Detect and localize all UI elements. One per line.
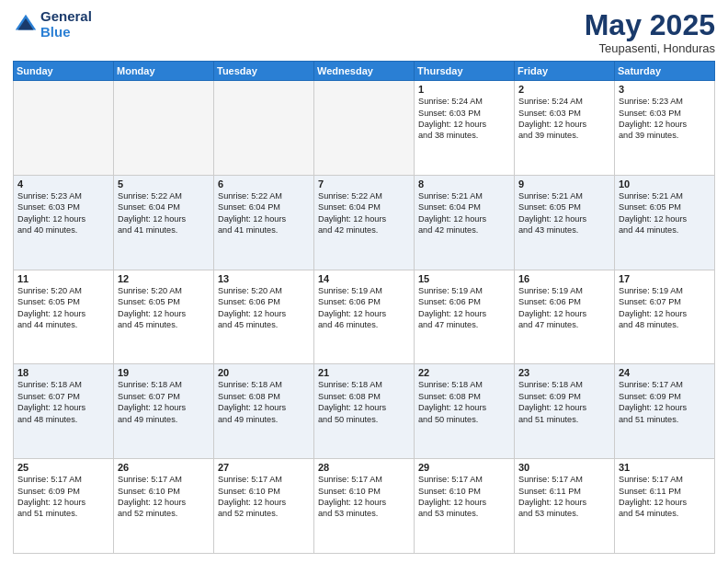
day-info: Sunrise: 5:20 AMSunset: 6:05 PMDaylight:… <box>17 285 109 331</box>
day-info: Sunrise: 5:20 AMSunset: 6:06 PMDaylight:… <box>218 285 310 331</box>
day-info: Sunrise: 5:21 AMSunset: 6:05 PMDaylight:… <box>518 190 610 236</box>
day-number: 20 <box>218 367 310 378</box>
week-row-3: 11Sunrise: 5:20 AMSunset: 6:05 PMDayligh… <box>14 270 715 364</box>
day-cell: 8Sunrise: 5:21 AMSunset: 6:04 PMDaylight… <box>415 175 515 270</box>
day-cell: 13Sunrise: 5:20 AMSunset: 6:06 PMDayligh… <box>214 270 314 364</box>
calendar: SundayMondayTuesdayWednesdayThursdayFrid… <box>13 61 715 554</box>
day-info: Sunrise: 5:20 AMSunset: 6:05 PMDaylight:… <box>118 285 210 331</box>
day-info: Sunrise: 5:19 AMSunset: 6:06 PMDaylight:… <box>418 285 510 331</box>
day-number: 15 <box>418 273 510 284</box>
day-cell: 14Sunrise: 5:19 AMSunset: 6:06 PMDayligh… <box>314 270 415 364</box>
day-info: Sunrise: 5:19 AMSunset: 6:07 PMDaylight:… <box>619 285 711 331</box>
col-header-friday: Friday <box>515 62 615 81</box>
day-info: Sunrise: 5:24 AMSunset: 6:03 PMDaylight:… <box>418 96 510 142</box>
day-cell: 16Sunrise: 5:19 AMSunset: 6:06 PMDayligh… <box>515 270 615 364</box>
day-info: Sunrise: 5:22 AMSunset: 6:04 PMDaylight:… <box>118 190 210 236</box>
col-header-thursday: Thursday <box>415 62 515 81</box>
day-cell: 11Sunrise: 5:20 AMSunset: 6:05 PMDayligh… <box>14 270 114 364</box>
day-number: 31 <box>619 462 711 473</box>
day-info: Sunrise: 5:18 AMSunset: 6:07 PMDaylight:… <box>118 379 210 425</box>
day-number: 11 <box>17 273 109 284</box>
day-cell: 31Sunrise: 5:17 AMSunset: 6:11 PMDayligh… <box>615 459 715 554</box>
day-info: Sunrise: 5:17 AMSunset: 6:09 PMDaylight:… <box>619 379 711 425</box>
day-info: Sunrise: 5:17 AMSunset: 6:10 PMDaylight:… <box>118 474 210 520</box>
day-cell: 22Sunrise: 5:18 AMSunset: 6:08 PMDayligh… <box>415 364 515 459</box>
week-row-2: 4Sunrise: 5:23 AMSunset: 6:03 PMDaylight… <box>14 175 715 270</box>
day-info: Sunrise: 5:22 AMSunset: 6:04 PMDaylight:… <box>218 190 310 236</box>
day-number: 9 <box>518 178 610 190</box>
day-number: 21 <box>318 367 410 378</box>
day-cell: 23Sunrise: 5:18 AMSunset: 6:09 PMDayligh… <box>515 364 615 459</box>
day-info: Sunrise: 5:18 AMSunset: 6:09 PMDaylight:… <box>518 379 610 425</box>
day-number: 13 <box>218 273 310 284</box>
day-info: Sunrise: 5:18 AMSunset: 6:08 PMDaylight:… <box>418 379 510 425</box>
col-header-wednesday: Wednesday <box>314 62 415 81</box>
col-header-saturday: Saturday <box>615 62 715 81</box>
col-header-sunday: Sunday <box>14 62 114 81</box>
day-info: Sunrise: 5:23 AMSunset: 6:03 PMDaylight:… <box>619 96 711 142</box>
day-info: Sunrise: 5:18 AMSunset: 6:08 PMDaylight:… <box>218 379 310 425</box>
day-cell <box>114 81 214 176</box>
day-info: Sunrise: 5:19 AMSunset: 6:06 PMDaylight:… <box>518 285 610 331</box>
day-info: Sunrise: 5:17 AMSunset: 6:10 PMDaylight:… <box>218 474 310 520</box>
day-info: Sunrise: 5:17 AMSunset: 6:10 PMDaylight:… <box>418 474 510 520</box>
week-row-4: 18Sunrise: 5:18 AMSunset: 6:07 PMDayligh… <box>14 364 715 459</box>
day-info: Sunrise: 5:24 AMSunset: 6:03 PMDaylight:… <box>518 96 610 142</box>
day-number: 4 <box>17 178 109 190</box>
day-info: Sunrise: 5:23 AMSunset: 6:03 PMDaylight:… <box>17 190 109 236</box>
day-number: 22 <box>418 367 510 378</box>
calendar-header-row: SundayMondayTuesdayWednesdayThursdayFrid… <box>14 62 715 81</box>
col-header-monday: Monday <box>114 62 214 81</box>
day-cell: 1Sunrise: 5:24 AMSunset: 6:03 PMDaylight… <box>415 81 515 176</box>
day-cell: 25Sunrise: 5:17 AMSunset: 6:09 PMDayligh… <box>14 459 114 554</box>
day-cell: 12Sunrise: 5:20 AMSunset: 6:05 PMDayligh… <box>114 270 214 364</box>
day-number: 28 <box>318 462 410 473</box>
day-cell: 7Sunrise: 5:22 AMSunset: 6:04 PMDaylight… <box>314 175 415 270</box>
day-cell: 18Sunrise: 5:18 AMSunset: 6:07 PMDayligh… <box>14 364 114 459</box>
day-info: Sunrise: 5:19 AMSunset: 6:06 PMDaylight:… <box>318 285 410 331</box>
day-info: Sunrise: 5:22 AMSunset: 6:04 PMDaylight:… <box>318 190 410 236</box>
main-title: May 2025 <box>585 9 715 41</box>
day-cell <box>214 81 314 176</box>
day-cell: 27Sunrise: 5:17 AMSunset: 6:10 PMDayligh… <box>214 459 314 554</box>
day-cell: 6Sunrise: 5:22 AMSunset: 6:04 PMDaylight… <box>214 175 314 270</box>
header: General Blue May 2025 Teupasenti, Hondur… <box>13 9 715 55</box>
week-row-1: 1Sunrise: 5:24 AMSunset: 6:03 PMDaylight… <box>14 81 715 176</box>
day-cell: 21Sunrise: 5:18 AMSunset: 6:08 PMDayligh… <box>314 364 415 459</box>
day-number: 12 <box>118 273 210 284</box>
day-number: 24 <box>619 367 711 378</box>
day-cell: 9Sunrise: 5:21 AMSunset: 6:05 PMDaylight… <box>515 175 615 270</box>
day-number: 16 <box>518 273 610 284</box>
day-cell: 5Sunrise: 5:22 AMSunset: 6:04 PMDaylight… <box>114 175 214 270</box>
day-number: 25 <box>17 462 109 473</box>
day-number: 26 <box>118 462 210 473</box>
day-number: 1 <box>418 84 510 95</box>
day-cell: 24Sunrise: 5:17 AMSunset: 6:09 PMDayligh… <box>615 364 715 459</box>
day-number: 6 <box>218 178 310 190</box>
day-cell: 19Sunrise: 5:18 AMSunset: 6:07 PMDayligh… <box>114 364 214 459</box>
day-info: Sunrise: 5:17 AMSunset: 6:09 PMDaylight:… <box>17 474 109 520</box>
day-cell: 3Sunrise: 5:23 AMSunset: 6:03 PMDaylight… <box>615 81 715 176</box>
day-cell: 30Sunrise: 5:17 AMSunset: 6:11 PMDayligh… <box>515 459 615 554</box>
day-number: 7 <box>318 178 410 190</box>
day-info: Sunrise: 5:21 AMSunset: 6:05 PMDaylight:… <box>619 190 711 236</box>
day-number: 23 <box>518 367 610 378</box>
logo-line2: Blue <box>40 25 92 40</box>
day-number: 10 <box>619 178 711 190</box>
day-number: 29 <box>418 462 510 473</box>
day-cell: 26Sunrise: 5:17 AMSunset: 6:10 PMDayligh… <box>114 459 214 554</box>
day-info: Sunrise: 5:17 AMSunset: 6:11 PMDaylight:… <box>619 474 711 520</box>
col-header-tuesday: Tuesday <box>214 62 314 81</box>
day-number: 2 <box>518 84 610 95</box>
day-number: 14 <box>318 273 410 284</box>
day-cell: 17Sunrise: 5:19 AMSunset: 6:07 PMDayligh… <box>615 270 715 364</box>
logo-line1: General <box>40 9 92 25</box>
week-row-5: 25Sunrise: 5:17 AMSunset: 6:09 PMDayligh… <box>14 459 715 554</box>
day-number: 17 <box>619 273 711 284</box>
logo: General Blue <box>13 9 92 40</box>
day-cell: 29Sunrise: 5:17 AMSunset: 6:10 PMDayligh… <box>415 459 515 554</box>
day-number: 27 <box>218 462 310 473</box>
day-cell: 15Sunrise: 5:19 AMSunset: 6:06 PMDayligh… <box>415 270 515 364</box>
day-number: 18 <box>17 367 109 378</box>
day-info: Sunrise: 5:18 AMSunset: 6:07 PMDaylight:… <box>17 379 109 425</box>
